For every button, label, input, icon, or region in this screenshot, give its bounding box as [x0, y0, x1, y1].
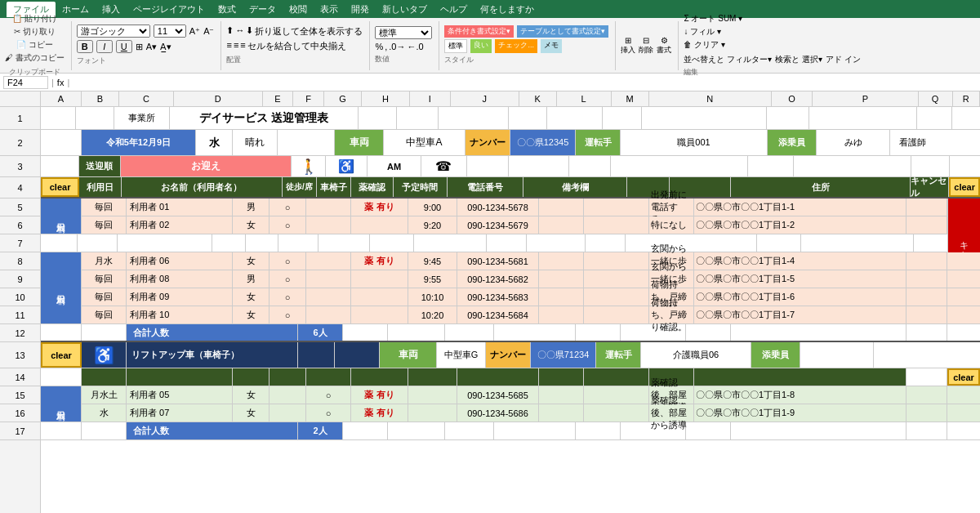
memo-style[interactable]: メモ [541, 39, 562, 53]
cell-A1[interactable] [41, 107, 76, 129]
cell-H14[interactable] [408, 368, 457, 386]
cell-total-count-2[interactable]: 2人 [298, 422, 343, 439]
name-box[interactable] [3, 76, 48, 89]
cell-E13[interactable] [298, 342, 335, 368]
cell-lift-label[interactable]: リフトアップ車（車椅子） [127, 342, 298, 368]
cell-G7[interactable] [318, 234, 370, 252]
cell-F13[interactable] [335, 342, 380, 368]
tab-help[interactable]: ヘルプ [434, 2, 474, 17]
cell-G14[interactable] [351, 368, 408, 386]
cell-attendant-label[interactable]: 添乗員 [768, 130, 817, 155]
cell-C14[interactable] [127, 368, 233, 386]
merge-center-button[interactable]: セルを結合して中央揃え [247, 40, 346, 52]
cell-N17[interactable] [947, 422, 980, 439]
cell-walk-header[interactable]: 徒歩/席 [283, 177, 317, 197]
cell-N12[interactable] [947, 324, 980, 341]
cell-weekday[interactable]: 水 [196, 130, 233, 155]
align-left-button[interactable]: ≡ [226, 40, 231, 52]
cell-L3[interactable] [509, 156, 570, 176]
cell-N14[interactable] [906, 368, 947, 386]
cell-F12[interactable] [388, 324, 445, 341]
tab-page-layout[interactable]: ページレイアウト [127, 2, 212, 17]
cell-E14[interactable] [270, 368, 306, 386]
cell-cancel-header[interactable]: キャンセル [911, 177, 949, 197]
cell-L17[interactable] [731, 422, 906, 439]
tab-review[interactable]: 校閲 [283, 2, 314, 17]
cell-H1[interactable] [359, 107, 397, 129]
cell-total-label-2[interactable]: 合計人数 [127, 422, 298, 439]
cell-driver-13[interactable]: 介護職員06 [641, 342, 751, 368]
cell-D7[interactable] [212, 234, 245, 252]
decimal-inc-button[interactable]: .0→ [389, 42, 405, 51]
cell-J14[interactable] [539, 368, 584, 386]
cell-I17[interactable] [576, 422, 621, 439]
align-bottom-button[interactable]: ⬇ [246, 25, 253, 38]
cell-A12[interactable] [41, 324, 82, 341]
cell-H12[interactable] [494, 324, 576, 341]
cell-role[interactable]: 看護師 [890, 130, 935, 155]
cell-N3[interactable] [611, 156, 748, 176]
function-button[interactable]: fx [57, 78, 65, 87]
cell-M12[interactable] [906, 324, 947, 341]
cell-P7[interactable] [914, 234, 951, 252]
underline-button[interactable]: U [116, 40, 132, 53]
cell-I14[interactable] [457, 368, 539, 386]
cell-N1[interactable] [642, 107, 768, 129]
font-color-button[interactable]: A̲▾ [160, 42, 172, 52]
cell-L1[interactable] [547, 107, 603, 129]
tab-data[interactable]: データ [243, 2, 283, 17]
cell-A14[interactable] [41, 368, 82, 386]
format-button[interactable]: ⚙書式 [657, 36, 671, 56]
tab-formula[interactable]: 数式 [212, 2, 243, 17]
tab-view[interactable]: 表示 [314, 2, 345, 17]
autosum-button[interactable]: Σ オート SUM ▾ [684, 13, 860, 25]
copy-button[interactable]: 📄 コピー [16, 39, 53, 51]
wrap-text-button[interactable]: 折り返して全体を表示する [255, 25, 363, 38]
cell-medicine-header[interactable]: 薬確認 [351, 177, 394, 197]
font-family-select[interactable]: 游ゴシック [77, 25, 150, 38]
cell-K3[interactable] [467, 156, 509, 176]
cell-A3[interactable] [41, 156, 79, 176]
cell-L12[interactable] [731, 324, 906, 341]
format-copy-button[interactable]: 🖌 書式のコピー [5, 52, 65, 64]
align-center-button[interactable]: ≡ [234, 40, 238, 52]
cell-notes-header[interactable]: 備考欄 [523, 177, 627, 197]
cell-D1-G1[interactable]: デイサービス 送迎管理表 [170, 107, 359, 129]
cell-K14[interactable] [584, 368, 649, 386]
cell-F7[interactable] [278, 234, 318, 252]
cell-attendant[interactable]: みゆ [817, 130, 890, 155]
cell-total-count[interactable]: 6人 [298, 324, 343, 341]
font-grow-button[interactable]: A⁺ [189, 26, 200, 37]
cell-J7[interactable] [487, 234, 527, 252]
cell-A7[interactable] [41, 234, 78, 252]
cell-N7[interactable] [757, 234, 801, 252]
cell-driver-label[interactable]: 運転手 [576, 130, 621, 155]
cell-riyo-bi[interactable]: 利用日 [79, 177, 122, 197]
cell-H7[interactable] [370, 234, 414, 252]
tab-home[interactable]: ホーム [56, 2, 96, 17]
cell-L7[interactable] [586, 234, 626, 252]
fill-color-button[interactable]: A▾ [146, 42, 157, 52]
clear-button-left[interactable]: clear [41, 177, 79, 197]
cell-plate[interactable]: 〇〇県12345 [510, 130, 576, 155]
cell-attendant-label-13[interactable]: 添乗員 [751, 342, 800, 368]
cell-M17[interactable] [906, 422, 947, 439]
cell-G17[interactable] [445, 422, 494, 439]
tab-develop[interactable]: 開発 [345, 2, 376, 17]
cell-D14[interactable] [233, 368, 270, 386]
cell-B17[interactable] [82, 422, 127, 439]
cell-R1[interactable] [952, 107, 980, 129]
cell-E7[interactable] [246, 234, 278, 252]
cell-P3[interactable] [794, 156, 911, 176]
fill-button[interactable]: ↓ フィル ▾ [684, 26, 860, 38]
cell-R3[interactable] [950, 156, 980, 176]
good-style[interactable]: 良い [470, 39, 492, 53]
align-middle-button[interactable]: ↔ [235, 25, 244, 38]
clear-button-right-14[interactable]: clear [947, 368, 980, 386]
cell-driver[interactable]: 職員001 [621, 130, 768, 155]
clear-button-right[interactable]: clear [949, 177, 980, 197]
cell-H17[interactable] [494, 422, 576, 439]
cell-O3[interactable] [748, 156, 794, 176]
cell-Q3[interactable] [911, 156, 950, 176]
tab-search[interactable]: 何をしますか [474, 2, 541, 17]
